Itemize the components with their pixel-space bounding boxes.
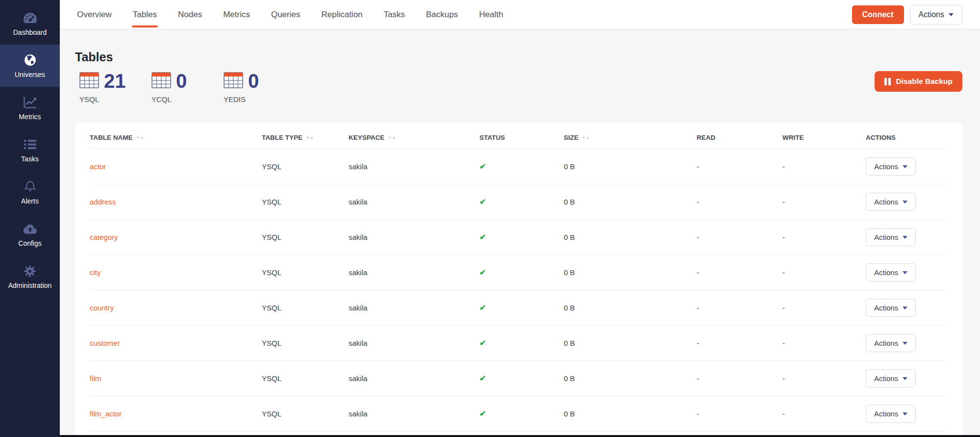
table-grid-icon <box>224 72 243 90</box>
col-size[interactable]: SIZE▼▲ <box>564 123 697 149</box>
gear-icon <box>24 264 36 278</box>
table-row: address YSQL sakila ✔ 0 B - - Actions <box>90 184 948 220</box>
line-chart-icon <box>23 96 37 109</box>
caret-down-icon <box>903 165 907 168</box>
sidebar-item-label: Tasks <box>21 155 39 163</box>
tab-backups[interactable]: Backups <box>426 0 458 29</box>
col-table-name[interactable]: TABLE NAME▼▲ <box>90 123 262 149</box>
main-area: Overview Tables Nodes Metrics Queries Re… <box>60 0 980 437</box>
tab-nodes[interactable]: Nodes <box>178 0 202 29</box>
row-actions-button[interactable]: Actions <box>866 405 916 423</box>
table-row: city YSQL sakila ✔ 0 B - - Actions <box>90 255 948 290</box>
disable-backup-label: Disable Backup <box>896 77 953 86</box>
keyspace-cell: sakila <box>349 220 479 255</box>
sidebar-item-administration[interactable]: Administration <box>0 256 60 298</box>
nav-actions-group: Connect Actions <box>852 5 980 25</box>
disable-backup-button[interactable]: Disable Backup <box>875 71 962 92</box>
globe-icon <box>24 53 37 67</box>
table-type-cell: YSQL <box>262 326 349 361</box>
table-type-cell: YSQL <box>262 149 349 184</box>
table-name-link[interactable]: address <box>90 198 116 206</box>
read-cell: - <box>697 290 782 326</box>
sidebar-item-dashboard[interactable]: Dashboard <box>0 2 60 45</box>
sidebar-item-tasks[interactable]: Tasks <box>0 129 60 171</box>
row-actions-button[interactable]: Actions <box>866 299 916 317</box>
table-row: country YSQL sakila ✔ 0 B - - Actions <box>90 290 948 326</box>
table-row: film YSQL sakila ✔ 0 B - - Actions <box>90 361 948 396</box>
window-bottom-edge <box>60 435 980 437</box>
ycql-label: YCQL <box>151 95 224 103</box>
row-actions-button[interactable]: Actions <box>866 193 916 211</box>
caret-down-icon <box>903 307 907 309</box>
keyspace-cell: sakila <box>349 255 479 290</box>
size-cell: 0 B <box>564 290 697 326</box>
sidebar-item-alerts[interactable]: Alerts <box>0 171 60 213</box>
row-actions-button[interactable]: Actions <box>866 263 916 282</box>
write-cell: - <box>782 255 866 290</box>
row-actions-button[interactable]: Actions <box>866 369 916 387</box>
sort-icon[interactable]: ▼▲ <box>136 135 145 140</box>
write-cell: - <box>782 396 866 432</box>
universe-actions-button[interactable]: Actions <box>910 5 962 25</box>
row-actions-button[interactable]: Actions <box>866 157 916 176</box>
tab-queries[interactable]: Queries <box>271 0 301 29</box>
sort-icon[interactable]: ▼▲ <box>388 135 396 140</box>
sidebar-item-configs[interactable]: Configs <box>0 213 60 256</box>
stat-yedis: 0 YEDIS <box>224 71 296 103</box>
keyspace-cell: sakila <box>349 184 479 220</box>
tab-tables[interactable]: Tables <box>133 0 157 29</box>
ysql-label: YSQL <box>79 95 151 103</box>
bell-icon <box>24 180 37 194</box>
sidebar-item-label: Dashboard <box>13 28 47 36</box>
size-cell: 0 B <box>564 396 697 432</box>
table-row: film_actor YSQL sakila ✔ 0 B - - Actions <box>90 396 948 432</box>
ycql-count: 0 <box>176 71 187 91</box>
size-cell: 0 B <box>564 255 697 290</box>
row-actions-button[interactable]: Actions <box>866 334 916 352</box>
write-cell: - <box>782 290 866 326</box>
row-actions-button[interactable]: Actions <box>866 228 916 246</box>
table-name-link[interactable]: film_actor <box>90 410 122 418</box>
col-actions: ACTIONS <box>866 123 948 149</box>
app-sidebar: Dashboard Universes Metrics <box>0 0 60 437</box>
list-icon <box>24 138 37 152</box>
col-table-type[interactable]: TABLE TYPE▼▲ <box>262 123 349 149</box>
sidebar-item-metrics[interactable]: Metrics <box>0 87 60 129</box>
universe-actions-label: Actions <box>919 10 944 19</box>
keyspace-cell: sakila <box>349 361 479 396</box>
cloud-upload-icon <box>23 222 38 236</box>
table-type-cell: YSQL <box>262 220 349 255</box>
table-name-link[interactable]: city <box>90 268 101 277</box>
read-cell: - <box>697 361 782 396</box>
write-cell: - <box>782 220 866 255</box>
table-type-cell: YSQL <box>262 290 349 326</box>
caret-down-icon <box>903 342 907 345</box>
tab-tasks[interactable]: Tasks <box>384 0 405 29</box>
tab-replication[interactable]: Replication <box>321 0 362 29</box>
status-check-icon: ✔ <box>479 339 486 347</box>
read-cell: - <box>697 220 782 255</box>
caret-down-icon <box>903 412 907 415</box>
table-name-link[interactable]: category <box>90 233 118 241</box>
tables-page: Tables 21 <box>60 29 980 437</box>
sort-icon[interactable]: ▼▲ <box>582 135 590 140</box>
write-cell: - <box>782 184 866 220</box>
gauge-icon <box>23 11 38 25</box>
keyspace-cell: sakila <box>349 396 479 432</box>
caret-down-icon <box>903 236 907 239</box>
table-name-link[interactable]: actor <box>90 162 106 171</box>
sidebar-item-universes[interactable]: Universes <box>0 45 60 87</box>
yedis-count: 0 <box>248 71 259 91</box>
size-cell: 0 B <box>564 149 697 184</box>
tab-overview[interactable]: Overview <box>77 0 112 29</box>
table-name-link[interactable]: country <box>90 304 114 312</box>
table-name-link[interactable]: customer <box>90 339 120 347</box>
tab-metrics[interactable]: Metrics <box>223 0 250 29</box>
keyspace-cell: sakila <box>349 149 479 184</box>
tab-health[interactable]: Health <box>479 0 503 29</box>
table-type-cell: YSQL <box>262 184 349 220</box>
col-keyspace[interactable]: KEYSPACE▼▲ <box>349 123 479 149</box>
connect-button[interactable]: Connect <box>852 5 904 24</box>
sort-icon[interactable]: ▼▲ <box>306 135 314 140</box>
table-name-link[interactable]: film <box>90 374 101 383</box>
